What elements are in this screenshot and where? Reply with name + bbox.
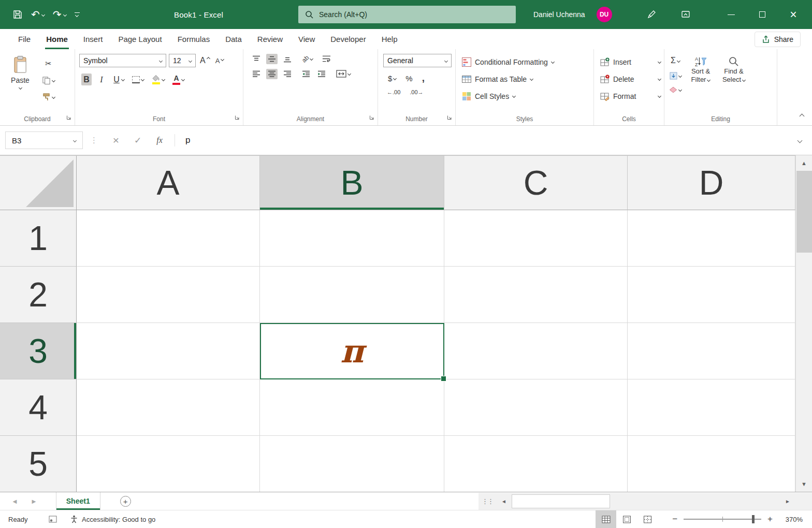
wrap-text-button[interactable] (321, 53, 332, 64)
tab-review[interactable]: Review (250, 29, 291, 49)
insert-cells-button[interactable]: Insert (597, 53, 661, 70)
column-header-b[interactable]: B (260, 156, 444, 210)
sort-filter-button[interactable]: AZ Sort & Filter (685, 53, 716, 95)
undo-dropdown-icon[interactable] (41, 12, 45, 16)
increase-decimal-button[interactable]: ←.00 (385, 87, 402, 97)
cell-a5[interactable] (77, 436, 260, 492)
tab-formulas[interactable]: Formulas (170, 29, 218, 49)
save-button[interactable] (12, 9, 23, 20)
splitter-dots-icon[interactable]: ⋮⋮ (482, 497, 493, 505)
sheet-nav-right-button[interactable]: ► (31, 497, 37, 505)
decrease-indent-button[interactable] (300, 69, 312, 79)
scroll-up-button[interactable]: ▲ (796, 155, 812, 171)
zoom-slider[interactable] (684, 519, 761, 520)
delete-cells-button[interactable]: Delete (597, 70, 661, 87)
share-button[interactable]: Share (755, 32, 801, 47)
borders-button[interactable] (130, 75, 146, 85)
bottom-align-button[interactable] (282, 54, 293, 64)
orientation-button[interactable]: ab (300, 54, 314, 64)
select-all-corner[interactable] (0, 156, 77, 210)
ribbon-display-options-button[interactable] (675, 0, 696, 29)
minimize-button[interactable] (716, 0, 747, 29)
vertical-scrollbar[interactable]: ▲ ▼ (795, 155, 812, 492)
new-sheet-button[interactable]: + (120, 496, 131, 507)
redo-dropdown-icon[interactable] (63, 12, 66, 16)
align-left-button[interactable] (251, 69, 262, 79)
cell-b2[interactable] (260, 267, 444, 323)
row-header-4[interactable]: 4 (0, 379, 77, 436)
cell-b5[interactable] (260, 436, 444, 492)
name-box[interactable]: B3 (5, 131, 83, 149)
vertical-scroll-thumb[interactable] (796, 171, 812, 253)
fill-button[interactable] (668, 70, 683, 81)
cell-d3[interactable] (628, 323, 795, 379)
font-size-combo[interactable]: 12 (169, 54, 196, 67)
center-button[interactable] (266, 69, 278, 79)
tab-help[interactable]: Help (374, 29, 405, 49)
formula-input[interactable]: p (179, 135, 798, 145)
column-header-d[interactable]: D (628, 156, 795, 210)
grow-font-button[interactable]: A (198, 54, 211, 67)
hscroll-thumb[interactable] (512, 494, 610, 508)
paste-button[interactable]: Paste (5, 53, 35, 103)
conditional-formatting-button[interactable]: Conditional Formatting (459, 53, 590, 70)
tab-page-layout[interactable]: Page Layout (110, 29, 169, 49)
column-header-a[interactable]: A (77, 156, 260, 210)
tab-data[interactable]: Data (218, 29, 250, 49)
maximize-button[interactable] (747, 0, 778, 29)
sheet-tab-sheet1[interactable]: Sheet1 (56, 492, 100, 510)
search-box[interactable]: Search (Alt+Q) (298, 6, 516, 23)
bold-button[interactable]: B (81, 74, 92, 85)
clear-button[interactable] (668, 85, 683, 95)
tab-developer[interactable]: Developer (323, 29, 373, 49)
align-right-button[interactable] (282, 69, 293, 79)
cell-c5[interactable] (444, 436, 628, 492)
expand-formula-bar-button[interactable] (798, 138, 803, 143)
customize-qat-button[interactable] (75, 12, 80, 17)
cell-c4[interactable] (444, 379, 628, 436)
decrease-decimal-button[interactable]: .00→ (408, 87, 425, 97)
format-cells-button[interactable]: Format (597, 87, 661, 105)
format-painter-button[interactable] (40, 91, 56, 103)
cell-d4[interactable] (628, 379, 795, 436)
italic-button[interactable]: I (96, 74, 107, 85)
enter-button[interactable]: ✓ (127, 135, 149, 146)
clipboard-dialog-launcher[interactable] (66, 113, 71, 122)
view-normal-button[interactable] (596, 510, 616, 528)
number-dialog-launcher[interactable] (447, 113, 452, 122)
font-name-combo[interactable]: Symbol (79, 54, 166, 67)
accounting-format-button[interactable]: $ (386, 72, 398, 84)
zoom-slider-thumb[interactable] (752, 515, 755, 523)
tab-view[interactable]: View (291, 29, 323, 49)
close-button[interactable]: × (778, 0, 809, 29)
format-as-table-button[interactable]: Format as Table (459, 70, 590, 87)
zoom-out-button[interactable]: − (672, 514, 677, 524)
undo-button[interactable]: ↶ (31, 9, 45, 20)
font-color-button[interactable]: A (171, 73, 186, 86)
cell-b1[interactable] (260, 210, 444, 267)
cell-c3[interactable] (444, 323, 628, 379)
tab-insert[interactable]: Insert (76, 29, 111, 49)
column-header-c[interactable]: C (444, 156, 628, 210)
active-cell-b3[interactable]: π (260, 323, 444, 379)
alignment-dialog-launcher[interactable] (369, 113, 374, 122)
middle-align-button[interactable] (266, 54, 278, 64)
cell-d1[interactable] (628, 210, 795, 267)
cell-a3[interactable] (77, 323, 260, 379)
hscroll-right-button[interactable]: ► (781, 493, 794, 510)
cell-d5[interactable] (628, 436, 795, 492)
cell-a2[interactable] (77, 267, 260, 323)
fill-color-button[interactable] (150, 73, 166, 86)
redo-button[interactable]: ↷ (53, 9, 66, 20)
tab-file[interactable]: File (10, 29, 38, 49)
row-header-3[interactable]: 3 (0, 323, 77, 379)
avatar[interactable]: DU (597, 7, 612, 22)
row-header-5[interactable]: 5 (0, 436, 77, 492)
find-select-button[interactable]: Find & Select (718, 53, 749, 95)
font-dialog-launcher[interactable] (235, 113, 240, 122)
cell-b4[interactable] (260, 379, 444, 436)
shrink-font-button[interactable]: A (214, 55, 226, 66)
cell-a4[interactable] (77, 379, 260, 436)
cell-c1[interactable] (444, 210, 628, 267)
hscroll-left-button[interactable]: ◄ (497, 493, 511, 510)
